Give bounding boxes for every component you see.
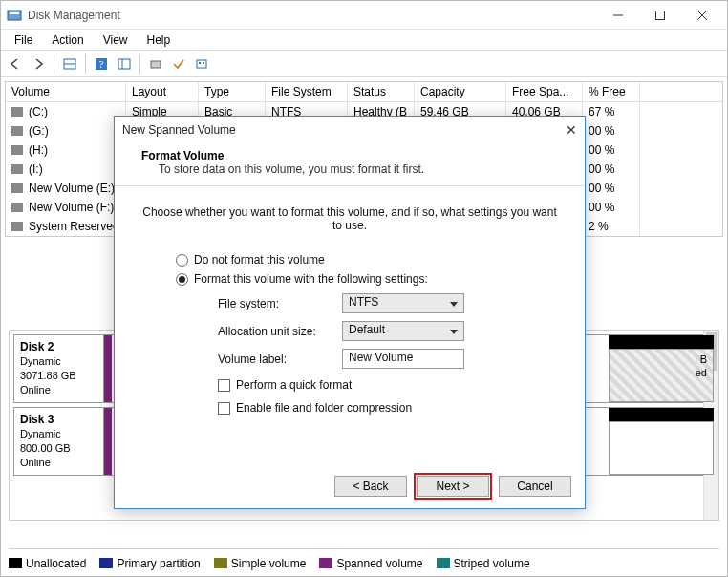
compression-checkbox[interactable]	[218, 402, 230, 415]
radio-format[interactable]	[176, 273, 188, 286]
menu-help[interactable]: Help	[138, 32, 181, 49]
radio-format-label: Format this volume with the following se…	[194, 272, 428, 286]
check-icon[interactable]	[168, 53, 189, 75]
fs-select[interactable]: NTFS	[342, 293, 464, 313]
fs-label: File system:	[218, 297, 342, 310]
menu-file[interactable]: File	[5, 32, 42, 49]
svg-rect-0	[8, 11, 21, 20]
col-pfree[interactable]: % Free	[583, 82, 640, 101]
col-layout[interactable]: Layout	[126, 82, 199, 101]
col-volume[interactable]: Volume	[6, 82, 126, 101]
dialog-header-title: Format Volume	[141, 149, 558, 162]
svg-rect-1	[10, 12, 19, 14]
dialog-instruction: Choose whether you want to format this v…	[141, 205, 558, 232]
col-status[interactable]: Status	[348, 82, 415, 101]
unallocated-bar	[609, 408, 714, 421]
col-type[interactable]: Type	[199, 82, 266, 101]
minimize-button[interactable]	[597, 1, 639, 30]
svg-rect-12	[151, 61, 161, 68]
aus-label: Allocation unit size:	[218, 325, 342, 338]
radio-no-format[interactable]	[176, 254, 188, 267]
app-icon	[7, 8, 22, 23]
quick-format-checkbox[interactable]	[218, 379, 230, 392]
dialog-title: New Spanned Volume	[122, 123, 236, 137]
svg-rect-15	[203, 62, 204, 64]
aus-select[interactable]: Default	[342, 321, 464, 341]
svg-rect-3	[656, 11, 665, 19]
legend: Unallocated Primary partition Simple vol…	[9, 548, 719, 570]
menu-action[interactable]: Action	[42, 32, 93, 49]
menu-view[interactable]: View	[94, 32, 138, 49]
spanned-stripe	[104, 408, 112, 475]
close-button[interactable]	[681, 1, 723, 30]
help-icon[interactable]: ?	[91, 53, 112, 75]
col-fs[interactable]: File System	[266, 82, 348, 101]
refresh-icon[interactable]	[145, 53, 166, 75]
unallocated-region[interactable]: B ed	[609, 349, 714, 402]
compression-label: Enable file and folder compression	[236, 401, 412, 415]
col-free[interactable]: Free Spa...	[506, 82, 583, 101]
settings-icon[interactable]	[191, 53, 212, 75]
titlebar: Disk Management	[1, 1, 727, 30]
toolbar: ?	[1, 51, 727, 77]
vol-label: Volume label:	[218, 353, 342, 366]
menubar: File Action View Help	[1, 30, 727, 51]
svg-rect-14	[199, 62, 201, 64]
panes-icon[interactable]	[59, 53, 80, 75]
table-header[interactable]: Volume Layout Type File System Status Ca…	[6, 82, 722, 102]
col-capacity[interactable]: Capacity	[415, 82, 506, 101]
svg-rect-10	[118, 59, 130, 69]
dialog-header-sub: To store data on this volume, you must f…	[141, 162, 558, 176]
next-button[interactable]: Next >	[417, 476, 489, 497]
back-icon[interactable]	[5, 53, 26, 75]
svg-rect-13	[197, 60, 206, 68]
back-button[interactable]: < Back	[334, 476, 407, 497]
disk-info: Disk 3 Dynamic 800.00 GB Online	[14, 408, 104, 475]
maximize-button[interactable]	[639, 1, 681, 30]
radio-no-format-label: Do not format this volume	[194, 253, 325, 267]
spanned-stripe	[104, 335, 112, 402]
dialog-close-icon[interactable]: ✕	[566, 122, 577, 138]
cancel-button[interactable]: Cancel	[499, 476, 571, 497]
forward-icon[interactable]	[28, 53, 49, 75]
new-spanned-volume-dialog: New Spanned Volume ✕ Format Volume To st…	[114, 116, 586, 509]
volume-label-input[interactable]: New Volume	[342, 349, 464, 369]
svg-text:?: ?	[99, 58, 104, 70]
disk-info: Disk 2 Dynamic 3071.88 GB Online	[14, 335, 104, 402]
list-icon[interactable]	[114, 53, 135, 75]
partition-region[interactable]	[609, 421, 714, 475]
window-title: Disk Management	[28, 9, 597, 22]
quick-format-label: Perform a quick format	[236, 378, 352, 392]
unallocated-bar	[609, 335, 714, 349]
